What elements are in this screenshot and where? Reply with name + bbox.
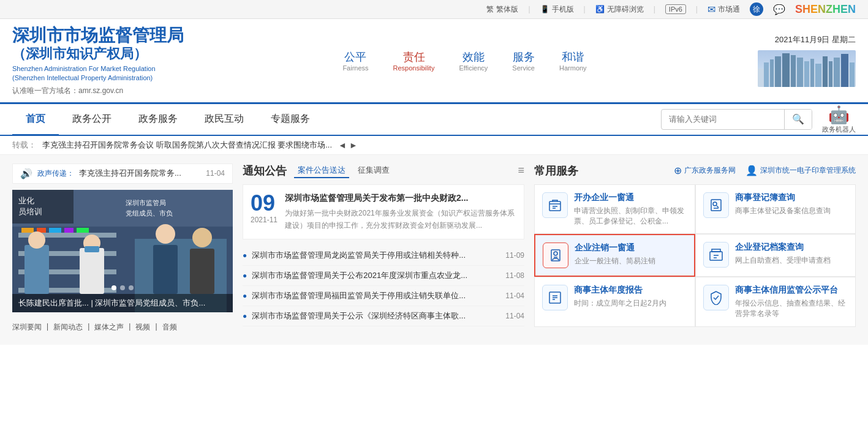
footer-link-0[interactable]: 深圳要闻: [12, 322, 42, 333]
notice-header: 通知公告 案件公告送达 征集调查 ≡: [243, 164, 524, 178]
svg-rect-37: [153, 245, 178, 294]
app-icon: 徐: [750, 2, 763, 16]
accessibility-btn[interactable]: ♿ 无障碍浏览: [595, 4, 644, 15]
domain-label: 认准唯一官方域名：amr.sz.gov.cn: [12, 86, 208, 96]
notice-day: 09: [251, 192, 277, 214]
footer-link-4[interactable]: 音频: [162, 322, 177, 333]
service-link-guangdong[interactable]: ⊕ 广东政务服务网: [674, 165, 736, 176]
robot-icon: 🤖: [828, 105, 850, 125]
nav-gov-service[interactable]: 政务服务: [125, 104, 191, 136]
svg-point-28: [28, 231, 45, 249]
nav-special-service[interactable]: 专题服务: [257, 104, 323, 136]
footer-link-3[interactable]: 视频: [135, 322, 150, 333]
credit-platform-icon-box: [703, 285, 729, 310]
news-dots: [111, 285, 134, 290]
ipv6-btn[interactable]: IPv6: [665, 4, 686, 14]
slogan-responsibility: 责任 Responsibility: [393, 50, 435, 72]
traditional-btn[interactable]: 繁 繁体版: [486, 4, 518, 15]
robot-btn[interactable]: 🤖 政务机器人: [822, 105, 856, 134]
notice-featured-title[interactable]: 深圳市场监督管理局关于发布第一批中央财政2...: [285, 192, 516, 205]
search-box[interactable]: 🔍: [661, 109, 812, 130]
notice-title: 通知公告: [243, 164, 287, 178]
voice-date: 11-04: [206, 169, 225, 178]
nav-citizen-interact[interactable]: 政民互动: [191, 104, 257, 136]
traditional-label: 繁体版: [496, 4, 518, 15]
footer-news-links: 深圳要闻 | 新闻动态 | 媒体之声 | 视频 | 音频: [12, 318, 233, 336]
svg-rect-9: [815, 64, 821, 87]
mobile-icon: 📱: [540, 5, 549, 13]
notice-more[interactable]: ≡: [518, 164, 524, 177]
svg-rect-5: [791, 55, 796, 87]
notice-date-block: 09 2021-11 深圳市场监督管理局关于发布第一批中央财政2... 为做好第…: [251, 192, 516, 231]
notice-bullet-2: ●: [243, 291, 247, 300]
notice-tab-1[interactable]: 征集调查: [354, 164, 393, 178]
notice-item-0[interactable]: ● 深圳市市场监督管理局龙岗监管局关于停用或注销相关特种... 11-09: [243, 246, 524, 266]
nav-home[interactable]: 首页: [12, 104, 59, 136]
notice-item-date-0: 11-09: [505, 251, 524, 260]
svg-text:深圳市监管局: 深圳市监管局: [126, 199, 166, 206]
left-column: 🔊 政声传递： 李克强主持召开国务院常务... 11-04: [12, 164, 233, 336]
notice-item-2[interactable]: ● 深圳市市场监督管理局福田监管局关于停用或注销失联单位... 11-04: [243, 286, 524, 306]
market-btn[interactable]: ✉ 市场通: [708, 4, 740, 15]
news-dot-1[interactable]: [111, 285, 116, 290]
svg-rect-24: [49, 228, 61, 233]
slogan-area: 公平 Fairness 责任 Responsibility 效能 Efficie…: [208, 19, 721, 102]
annual-report-name: 商事主体年度报告: [574, 285, 687, 296]
news-dot-2[interactable]: [120, 285, 125, 290]
svg-rect-25: [64, 228, 74, 233]
top-bar: 繁 繁体版 | 📱 手机版 | ♿ 无障碍浏览 | IPv6 | ✉ 市场通 徐…: [0, 0, 868, 19]
notice-item-1[interactable]: ● 深圳市市场监督管理局关于公布2021年度深圳市重点农业龙... 11-08: [243, 266, 524, 286]
service-link-seal[interactable]: 👤 深圳市统一电子印章管理系统: [745, 165, 856, 176]
mobile-btn[interactable]: 📱 手机版: [540, 4, 574, 15]
news-image-area: 业化 员培训 深圳市监管局 党组成员、市负 长陈建民出席首批... | 深圳市监…: [12, 190, 233, 312]
accessibility-label: 无障碍浏览: [607, 4, 644, 15]
slogan-harmony: 和谐 Harmony: [559, 50, 587, 72]
service-item-annual-report[interactable]: 商事主体年度报告 时间：成立周年之日起2月内: [534, 277, 695, 327]
biz-register-icon-box: [703, 192, 729, 218]
notice-tab-0[interactable]: 案件公告送达: [294, 164, 349, 178]
svg-rect-10: [823, 56, 828, 87]
voice-icon: 🔊: [20, 168, 32, 179]
footer-link-1[interactable]: 新闻动态: [53, 322, 83, 333]
notice-bullet-3: ●: [243, 312, 247, 320]
svg-rect-6: [797, 58, 803, 87]
service-grid: 开办企业一窗通 申请营业执照、刻制印章、申领发票、员工参保登记、公积金... 商…: [534, 184, 856, 327]
shenzhen-gov-btn[interactable]: SHENZHEN: [795, 3, 856, 16]
nav-gov-open[interactable]: 政务公开: [59, 104, 125, 136]
svg-rect-4: [782, 53, 790, 87]
service-item-open-company[interactable]: 开办企业一窗通 申请营业执照、刻制印章、申领发票、员工参保登记、公积金...: [534, 184, 695, 235]
svg-text:员培训: 员培训: [18, 207, 42, 216]
news-dot-3[interactable]: [129, 285, 134, 290]
company-archive-info: 企业登记档案查询 网上自助查档、受理申请查档: [735, 242, 848, 266]
svg-rect-7: [804, 61, 809, 87]
slogan-service: 服务 Service: [512, 50, 535, 72]
notice-item-3[interactable]: ● 深圳市市场监督管理局关于公示《深圳经济特区商事主体歌... 11-04: [243, 306, 524, 326]
ticker-nav[interactable]: ◄ ►: [338, 140, 358, 150]
header-right: 2021年11月9日 星期二: [721, 19, 856, 102]
credit-platform-name: 商事主体信用监管公示平台: [735, 285, 848, 296]
notice-list: ● 深圳市市场监督管理局龙岗监管局关于停用或注销相关特种... 11-09 ● …: [243, 246, 524, 326]
service-item-company-archive[interactable]: 企业登记档案查询 网上自助查档、受理申请查档: [695, 234, 856, 277]
service-item-credit-platform[interactable]: 商事主体信用监管公示平台 年报公示信息、抽查检查结果、经营异常名录等: [695, 277, 856, 327]
search-button[interactable]: 🔍: [784, 110, 812, 129]
slogan-efficiency: 效能 Efficiency: [459, 50, 488, 72]
notice-item-title-0: 深圳市市场监督管理局龙岗监管局关于停用或注销相关特种...: [252, 250, 500, 261]
market-icon: ✉: [708, 4, 715, 15]
search-input[interactable]: [662, 115, 784, 124]
annual-report-info: 商事主体年度报告 时间：成立周年之日起2月内: [574, 285, 687, 309]
notice-featured[interactable]: 09 2021-11 深圳市场监督管理局关于发布第一批中央财政2... 为做好第…: [243, 184, 524, 239]
footer-link-2[interactable]: 媒体之声: [94, 322, 124, 333]
credit-platform-desc: 年报公示信息、抽查检查结果、经营异常名录等: [735, 298, 848, 319]
svg-point-47: [713, 202, 717, 206]
徐-btn[interactable]: 徐: [750, 2, 763, 16]
open-company-desc: 申请营业执照、刻制印章、申领发票、员工参保登记、公积金...: [574, 206, 687, 227]
service-item-company-cancel[interactable]: 企业注销一窗通 企业一般注销、简易注销: [534, 234, 695, 277]
ticker-next[interactable]: ►: [349, 140, 358, 150]
traditional-icon: 繁: [486, 4, 494, 15]
seal-icon: 👤: [745, 165, 758, 176]
wechat-btn[interactable]: 💬: [773, 4, 785, 15]
service-item-biz-register[interactable]: 商事登记簿查询 商事主体登记及备案信息查询: [695, 184, 856, 235]
wechat-icon: 💬: [773, 4, 785, 15]
ticker-prev[interactable]: ◄: [338, 140, 347, 150]
svg-line-48: [717, 206, 719, 208]
